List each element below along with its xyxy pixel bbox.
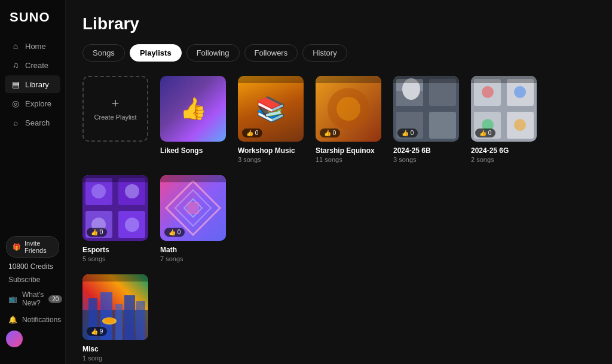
like-badge: 👍 0 bbox=[320, 129, 340, 137]
playlist-count: 7 songs bbox=[160, 255, 226, 262]
playlist-name: Workshop Music bbox=[238, 146, 304, 155]
page-title: Library bbox=[82, 14, 595, 33]
like-badge: 👍 0 bbox=[242, 129, 262, 137]
tabs-bar: Songs Playlists Following Followers Hist… bbox=[82, 44, 595, 62]
whats-new-item[interactable]: 📺 What's New? 20 bbox=[6, 289, 59, 309]
playlist-count: 2 songs bbox=[471, 156, 537, 163]
playlist-thumb: 📚 👍 0 bbox=[238, 76, 304, 142]
playlist-thumb: 👍 9 bbox=[82, 274, 148, 340]
tab-followers[interactable]: Followers bbox=[244, 44, 298, 62]
app-logo[interactable]: SUNO bbox=[0, 10, 65, 37]
svg-rect-38 bbox=[115, 304, 123, 340]
svg-point-19 bbox=[514, 119, 526, 131]
sidebar-item-label: Create bbox=[25, 61, 48, 70]
subscribe-link[interactable]: Subscribe bbox=[6, 276, 59, 284]
playlist-grid-row2: 👍 9 Misc 1 song bbox=[82, 274, 595, 362]
svg-point-28 bbox=[125, 218, 139, 232]
svg-point-16 bbox=[482, 86, 494, 98]
playlist-thumb: 👍 0 bbox=[471, 76, 537, 142]
search-icon: ⌕ bbox=[11, 118, 20, 127]
playlist-count: 11 songs bbox=[316, 156, 381, 163]
folder-tab bbox=[82, 274, 148, 282]
folder-tab bbox=[160, 175, 226, 182]
folder-tab bbox=[316, 76, 381, 83]
folder-tab bbox=[471, 76, 537, 83]
library-icon: ▤ bbox=[11, 79, 20, 89]
like-badge: 👍 0 bbox=[164, 228, 185, 237]
playlist-count: 1 song bbox=[82, 354, 148, 362]
playlist-card-2024-6b[interactable]: 👍 0 2024-25 6B 3 songs bbox=[393, 76, 459, 163]
playlist-name: Liked Songs bbox=[160, 146, 226, 155]
credits-display: 10800 Credits bbox=[6, 262, 59, 271]
sidebar-nav: ⌂ Home ♫ Create ▤ Library ◎ Explore ⌕ Se… bbox=[0, 37, 65, 229]
playlist-card-2024-6g[interactable]: 👍 0 2024-25 6G 2 songs bbox=[471, 76, 537, 163]
explore-icon: ◎ bbox=[11, 99, 20, 108]
playlist-card-misc[interactable]: 👍 9 Misc 1 song bbox=[82, 274, 148, 362]
invite-friends-button[interactable]: 🎁 Invite Friends bbox=[6, 236, 59, 258]
playlist-count: 3 songs bbox=[238, 156, 304, 163]
playlist-card-starship-equinox[interactable]: 👍 0 Starship Equinox 11 songs bbox=[316, 76, 381, 163]
avatar[interactable] bbox=[6, 331, 23, 347]
create-playlist-card[interactable]: + Create Playlist bbox=[82, 76, 148, 163]
tab-playlists[interactable]: Playlists bbox=[130, 44, 182, 62]
like-badge: 👍 0 bbox=[87, 228, 107, 237]
playlist-card-esports[interactable]: 👍 0 Esports 5 songs bbox=[82, 175, 148, 262]
plus-icon: + bbox=[112, 97, 120, 110]
svg-point-17 bbox=[514, 86, 526, 98]
liked-thumb-art: 👍 bbox=[160, 76, 226, 142]
tab-songs[interactable]: Songs bbox=[82, 44, 125, 62]
tab-following[interactable]: Following bbox=[186, 44, 240, 62]
playlist-name: Misc bbox=[82, 345, 148, 353]
gift-icon: 🎁 bbox=[13, 243, 21, 251]
like-badge: 👍 9 bbox=[87, 327, 107, 336]
sidebar-item-home[interactable]: ⌂ Home bbox=[5, 37, 60, 55]
home-icon: ⌂ bbox=[11, 41, 20, 51]
playlist-thumb: 👍 0 bbox=[160, 175, 226, 241]
playlist-name: Math bbox=[160, 246, 226, 254]
sidebar-item-label: Library bbox=[25, 80, 49, 89]
tab-history[interactable]: History bbox=[302, 44, 347, 62]
playlist-card-liked-songs[interactable]: 👍 Liked Songs bbox=[160, 76, 226, 163]
playlist-name: Esports bbox=[82, 246, 148, 254]
playlist-name: 2024-25 6G bbox=[471, 146, 537, 155]
folder-tab bbox=[393, 76, 459, 83]
sidebar-item-label: Explore bbox=[25, 99, 51, 108]
svg-rect-39 bbox=[124, 295, 135, 340]
sidebar-item-label: Home bbox=[25, 42, 46, 51]
svg-rect-40 bbox=[136, 301, 145, 340]
sidebar-item-label: Search bbox=[25, 118, 50, 127]
create-playlist-label: Create Playlist bbox=[94, 114, 137, 121]
svg-point-25 bbox=[91, 184, 106, 198]
playlist-name: Starship Equinox bbox=[316, 146, 381, 155]
folder-tab bbox=[238, 76, 304, 83]
main-content: Library Songs Playlists Following Follow… bbox=[66, 0, 612, 364]
sidebar: SUNO ⌂ Home ♫ Create ▤ Library ◎ Explore… bbox=[0, 0, 66, 364]
svg-point-3 bbox=[336, 97, 360, 121]
playlist-thumb: 👍 0 bbox=[82, 175, 148, 241]
playlist-thumb: 👍 0 bbox=[316, 76, 381, 142]
playlist-count: 3 songs bbox=[393, 156, 459, 163]
sidebar-item-explore[interactable]: ◎ Explore bbox=[5, 94, 60, 112]
create-card-box[interactable]: + Create Playlist bbox=[82, 76, 148, 142]
bell-icon: 🔔 bbox=[8, 316, 17, 324]
like-badge: 👍 0 bbox=[397, 129, 418, 137]
playlist-name: 2024-25 6B bbox=[393, 146, 459, 155]
sidebar-item-library[interactable]: ▤ Library bbox=[5, 75, 60, 93]
whats-new-badge: 20 bbox=[48, 295, 62, 303]
svg-rect-33 bbox=[187, 202, 199, 214]
create-icon: ♫ bbox=[11, 60, 20, 70]
playlist-card-workshop-music[interactable]: 📚 👍 0 Workshop Music 3 songs bbox=[238, 76, 304, 163]
playlist-thumb: 👍 0 bbox=[393, 76, 459, 142]
svg-rect-8 bbox=[429, 112, 456, 139]
sidebar-item-create[interactable]: ♫ Create bbox=[5, 56, 60, 74]
notifications-item[interactable]: 🔔 Notifications bbox=[6, 314, 59, 326]
sidebar-item-search[interactable]: ⌕ Search bbox=[5, 114, 60, 131]
folder-tab bbox=[82, 175, 148, 182]
playlist-thumb: 👍 bbox=[160, 76, 226, 142]
svg-point-26 bbox=[125, 184, 139, 198]
like-badge: 👍 0 bbox=[475, 129, 495, 137]
playlist-count: 5 songs bbox=[82, 255, 148, 262]
sidebar-bottom: 🎁 Invite Friends 10800 Credits Subscribe… bbox=[0, 229, 65, 354]
playlist-grid: + Create Playlist 👍 Liked Songs 📚 👍 0 Wo… bbox=[82, 76, 595, 262]
playlist-card-math[interactable]: 👍 0 Math 7 songs bbox=[160, 175, 226, 262]
